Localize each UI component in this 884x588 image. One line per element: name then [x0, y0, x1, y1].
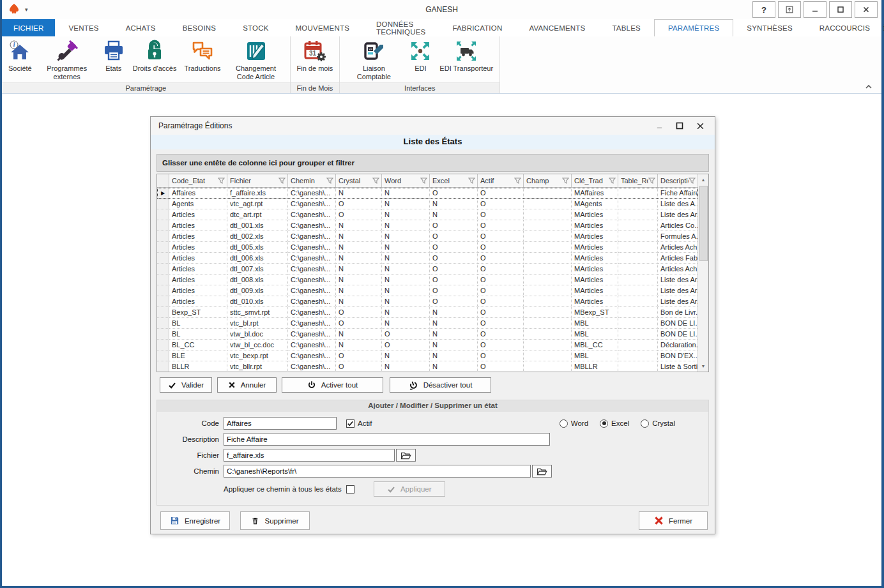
grid-cell[interactable]: MAgents [572, 199, 618, 209]
close-button[interactable] [855, 1, 878, 18]
grid-cell[interactable] [618, 209, 658, 220]
grid-cell[interactable] [524, 329, 572, 340]
actif-checkbox[interactable] [346, 419, 354, 428]
column-header-Descriptio[interactable]: Descriptio [658, 174, 697, 188]
grid-cell[interactable]: Liste à Sortir [658, 361, 697, 372]
grid-cell[interactable]: Articles [169, 220, 227, 231]
grid-scrollbar[interactable]: ▲ ▼ [697, 174, 708, 372]
ribbon-item[interactable]: x= Liaison Comptable [342, 38, 405, 82]
grid-cell[interactable]: Articles [169, 209, 227, 220]
column-header-Code_Etat[interactable]: Code_Etat [169, 174, 227, 188]
grid-cell[interactable]: dtc_art.rpt [227, 209, 288, 220]
grid-cell[interactable]: dtl_007.xls [227, 264, 288, 275]
grid-cell[interactable] [524, 209, 572, 220]
column-header-Word[interactable]: Word [382, 174, 430, 188]
grid-cell[interactable]: O [478, 231, 524, 242]
scrollbar-thumb[interactable] [699, 186, 708, 261]
grid-row-Articles[interactable]: Articlesdtl_009.xlsC:\ganesh\...NNOOMArt… [157, 285, 697, 296]
grid-cell[interactable] [618, 231, 658, 242]
grid-cell[interactable] [618, 253, 658, 264]
format-radio[interactable]: Crystal [641, 419, 675, 428]
help-button[interactable]: ? [752, 1, 775, 18]
grid-cell[interactable]: N [430, 361, 478, 372]
grid-cell[interactable]: Articles Ach... [658, 242, 697, 253]
grid-cell[interactable]: N [336, 253, 382, 264]
grid-cell[interactable]: O [336, 318, 382, 329]
grid-row-BL[interactable]: BLvtc_bl.rptC:\ganesh\...ONNOMBLBON DE L… [157, 318, 697, 329]
ribbon-pin-button[interactable] [778, 1, 801, 18]
grid-cell[interactable]: vtc_agt.rpt [227, 199, 288, 209]
grid-cell[interactable]: O [478, 351, 524, 361]
grid-cell[interactable]: O [430, 296, 478, 307]
grid-cell[interactable]: Bon de Livr... [658, 307, 697, 318]
fichier-input[interactable] [224, 449, 395, 462]
grid-cell[interactable]: O [430, 231, 478, 242]
minimize-button[interactable] [804, 1, 827, 18]
grid-cell[interactable]: O [336, 351, 382, 361]
ribbon-item[interactable]: EDI [405, 38, 436, 75]
grid-cell[interactable]: N [382, 242, 430, 253]
ribbon-tab[interactable]: AVANCEMENTS [515, 19, 598, 36]
ribbon-tab[interactable]: BESOINS [169, 19, 230, 36]
grid-cell[interactable]: Liste des Ar... [658, 285, 697, 296]
grid-cell[interactable]: N [430, 307, 478, 318]
grid-cell[interactable]: N [382, 209, 430, 220]
grid-cell[interactable]: MArticles [572, 275, 618, 285]
grid-cell[interactable]: O [336, 209, 382, 220]
grid-row-BLE[interactable]: BLEvtc_bexp.rptC:\ganesh\...ONNOMBLBON D… [157, 351, 697, 361]
grid-cell[interactable]: O [430, 285, 478, 296]
ribbon-item[interactable]: 31 Fin de mois [293, 38, 337, 75]
grid-cell[interactable]: dtl_002.xls [227, 231, 288, 242]
grid-cell[interactable] [524, 199, 572, 209]
grid-cell[interactable]: Articles [169, 296, 227, 307]
grid-cell[interactable]: N [336, 329, 382, 340]
grid-cell[interactable] [524, 264, 572, 275]
grid-cell[interactable]: MArticles [572, 296, 618, 307]
grid-cell[interactable]: BL_CC [169, 340, 227, 351]
grid-cell[interactable]: O [336, 307, 382, 318]
dialog-close-button[interactable] [690, 119, 710, 133]
grid-cell[interactable]: Agents [169, 199, 227, 209]
ribbon-item[interactable]: Traductions [180, 38, 224, 75]
format-radio[interactable]: Word [560, 419, 588, 428]
grid-cell[interactable]: O [336, 361, 382, 372]
grid-cell[interactable]: dtl_009.xls [227, 285, 288, 296]
grid-cell[interactable]: Articles [169, 275, 227, 285]
grid-cell[interactable]: N [336, 285, 382, 296]
grid-cell[interactable]: Liste des Ar... [658, 209, 697, 220]
grid-cell[interactable]: N [336, 296, 382, 307]
grid-cell[interactable]: vtw_bl.doc [227, 329, 288, 340]
grid-cell[interactable]: C:\ganesh\... [288, 361, 336, 372]
grid-cell[interactable]: Articles [169, 231, 227, 242]
grid-cell[interactable]: vtc_bexp.rpt [227, 351, 288, 361]
ribbon-item[interactable]: Changement Code Article [225, 38, 287, 82]
valider-button[interactable]: Valider [160, 377, 212, 393]
grid-cell[interactable] [618, 242, 658, 253]
grid-cell[interactable] [618, 220, 658, 231]
column-header-Chemin[interactable]: Chemin [288, 174, 336, 188]
grid-cell[interactable]: N [336, 220, 382, 231]
grid-cell[interactable]: O [478, 361, 524, 372]
grid-cell[interactable]: BL [169, 329, 227, 340]
grid-cell[interactable]: MArticles [572, 285, 618, 296]
grid-cell[interactable]: Liste des A... [658, 199, 697, 209]
grid-cell[interactable]: C:\ganesh\... [288, 285, 336, 296]
grid-cell[interactable] [524, 296, 572, 307]
grid-row-BLLR[interactable]: BLLRvtc_bllr.rptC:\ganesh\...ONNOMBLLRLi… [157, 361, 697, 372]
grid-cell[interactable] [618, 329, 658, 340]
grid-cell[interactable]: O [382, 329, 430, 340]
grid-cell[interactable]: O [478, 199, 524, 209]
grid-cell[interactable]: Articles [169, 253, 227, 264]
grid-cell[interactable]: N [336, 231, 382, 242]
grid-cell[interactable]: O [430, 220, 478, 231]
grid-row-Articles[interactable]: Articlesdtl_008.xlsC:\ganesh\...NNOOMArt… [157, 275, 697, 285]
grid-cell[interactable]: Liste des Ar... [658, 296, 697, 307]
grid-cell[interactable]: O [478, 220, 524, 231]
grid-cell[interactable]: Liste des Ar... [658, 275, 697, 285]
grid-cell[interactable]: Bexp_ST [169, 307, 227, 318]
ribbon-tab[interactable]: STOCK [229, 19, 282, 36]
grid-row-Articles[interactable]: Articlesdtl_002.xlsC:\ganesh\...NNOOMArt… [157, 231, 697, 242]
grid-cell[interactable] [524, 351, 572, 361]
grid-cell[interactable]: N [430, 329, 478, 340]
grid-cell[interactable]: sttc_smvt.rpt [227, 307, 288, 318]
